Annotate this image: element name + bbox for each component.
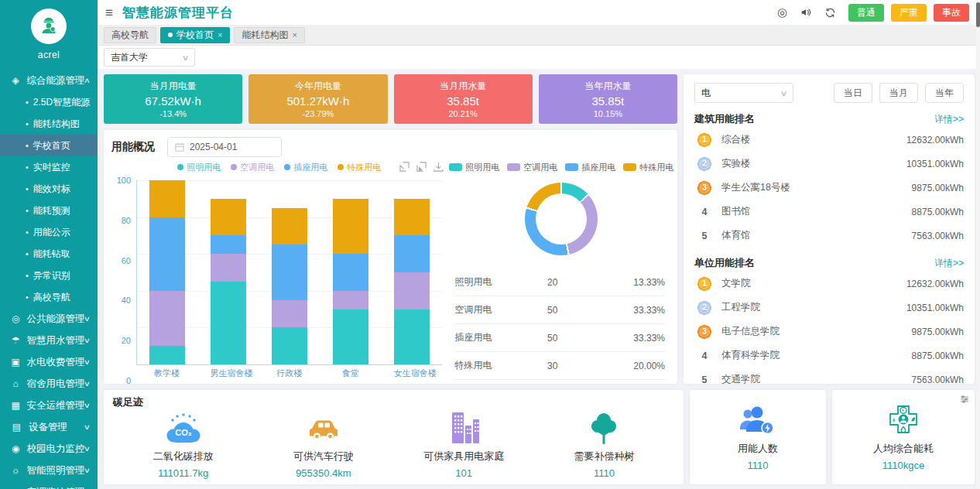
x-tick-label: 行政楼 bbox=[272, 368, 307, 379]
ranking-header: 建筑用能排名详情>> bbox=[694, 111, 964, 128]
sidebar-subitem[interactable]: •实时监控 bbox=[0, 156, 98, 178]
carbon-title: 碳足迹 bbox=[113, 395, 674, 409]
device-icon: ▤ bbox=[10, 422, 23, 433]
tab-label: 能耗结构图 bbox=[242, 29, 288, 42]
sidebar-item-label: 水电收费管理 bbox=[26, 356, 84, 369]
sidebar-item-2[interactable]: ☂智慧用水管理∨ bbox=[0, 330, 98, 351]
sidebar-item-9[interactable]: ▭空调监控管理∨ bbox=[0, 481, 98, 489]
detail-link[interactable]: 详情>> bbox=[934, 257, 964, 270]
car-icon bbox=[303, 412, 344, 446]
energy-type-select[interactable]: 电 ∨ bbox=[694, 83, 793, 103]
alarm-button-事故[interactable]: 事故 bbox=[934, 4, 969, 22]
medal-wrap: 1 bbox=[694, 276, 714, 292]
legend-item[interactable]: 照明用电 bbox=[177, 162, 221, 173]
sidebar-item-7[interactable]: ◉校园电力监控∨ bbox=[0, 438, 98, 460]
ranking-row: 1文学院12632.00kWh bbox=[694, 272, 964, 296]
tab-close-icon[interactable]: × bbox=[292, 30, 296, 39]
tab-close-icon[interactable]: × bbox=[218, 30, 222, 39]
toolbox-restore-icon[interactable] bbox=[416, 162, 427, 172]
sidebar-subitem[interactable]: •高校导航 bbox=[0, 286, 98, 308]
bar-教学楼 bbox=[149, 180, 185, 364]
detail-link[interactable]: 详情>> bbox=[934, 113, 964, 126]
medal-wrap: 3 bbox=[694, 324, 714, 340]
period-button-当日[interactable]: 当日 bbox=[834, 83, 872, 103]
sidebar-subitem[interactable]: •能耗钻取 bbox=[0, 243, 98, 265]
chevron-up-icon: ∧ bbox=[84, 77, 91, 84]
sidebar-subitem[interactable]: •能耗预测 bbox=[0, 200, 98, 221]
legend-item[interactable]: 插座用电 bbox=[565, 162, 615, 173]
toolbox-save-image-icon[interactable] bbox=[433, 162, 444, 172]
bar-segment-插座用电 bbox=[272, 244, 307, 299]
widget-settings-icon[interactable] bbox=[960, 395, 969, 404]
sidebar-item-0[interactable]: ◈综合能源管理∧ bbox=[0, 70, 98, 91]
sidebar-item-6[interactable]: ▤设备管理∨ bbox=[0, 416, 98, 438]
sidebar-subitem[interactable]: •用能公示 bbox=[0, 221, 98, 243]
volume-icon[interactable] bbox=[800, 6, 812, 19]
sidebar-subitem[interactable]: •异常识别 bbox=[0, 265, 98, 286]
bar-segment-空调用电 bbox=[211, 254, 246, 282]
date-picker[interactable]: 2025-04-01 bbox=[167, 137, 282, 157]
alarm-button-普通[interactable]: 普通 bbox=[848, 4, 884, 22]
stat-card-change: 20.21% bbox=[448, 109, 477, 118]
medal-number: 3 bbox=[699, 327, 710, 337]
sidebar-item-4[interactable]: ⌂宿舍用电管理∨ bbox=[0, 373, 98, 395]
worker-logo-icon bbox=[38, 15, 60, 39]
legend-item[interactable]: 特殊用电 bbox=[623, 162, 673, 173]
sidebar-subitem[interactable]: •能耗结构图 bbox=[0, 113, 98, 135]
sidebar-item-1[interactable]: ◎公共能源管理∨ bbox=[0, 308, 98, 330]
sidebar-subitem-label: 实时监控 bbox=[33, 161, 70, 174]
topbar-actions: ◎ 普通严重事故 bbox=[777, 4, 969, 22]
rank-name: 工程学院 bbox=[721, 301, 906, 314]
topbar: ≡ 智慧能源管理平台 ◎ 普通严重事故 bbox=[98, 0, 980, 25]
energy-icon: ◈ bbox=[10, 75, 21, 86]
ranking-section-1: 单位用能排名详情>>1文学院12632.00kWh2工程学院10351.00kW… bbox=[694, 255, 964, 392]
school-select[interactable]: 吉首大学 ∨ bbox=[104, 48, 195, 67]
period-button-当月[interactable]: 当月 bbox=[879, 83, 918, 103]
tab-能耗结构图[interactable]: 能耗结构图× bbox=[234, 27, 304, 43]
svg-text:CO₂: CO₂ bbox=[175, 428, 192, 437]
menu-collapse-icon[interactable]: ≡ bbox=[105, 6, 113, 19]
rank-value: 7563.00kWh bbox=[912, 231, 964, 241]
chevron-down-icon: ∨ bbox=[84, 423, 91, 431]
refresh-icon[interactable] bbox=[824, 7, 836, 19]
carbon-item-label: 可供家具用电家庭 bbox=[423, 450, 504, 463]
sidebar-item-8[interactable]: ☼智能照明管理∨ bbox=[0, 460, 98, 481]
bar-segment-特殊用电 bbox=[394, 199, 430, 236]
toolbox-dataview-icon[interactable] bbox=[399, 162, 409, 172]
row-percent: 33.33% bbox=[601, 333, 665, 344]
table-row: 特殊用电3020.00% bbox=[454, 352, 665, 380]
legend-item[interactable]: 插座用电 bbox=[284, 162, 327, 173]
scrollbar-thumb[interactable] bbox=[976, 2, 980, 27]
stat-card-1: 今年用电量501.27kW·h-23.79% bbox=[248, 74, 387, 124]
bar-chart-legend: 照明用电空调用电插座用电特殊用电 bbox=[111, 159, 447, 176]
sidebar-subitem[interactable]: •2.5D智慧能源 bbox=[0, 91, 98, 113]
tab-学校首页[interactable]: 学校首页× bbox=[160, 27, 230, 43]
legend-item[interactable]: 照明用电 bbox=[449, 162, 499, 173]
aim-icon[interactable]: ◎ bbox=[777, 5, 787, 19]
tab-高校导航[interactable]: 高校导航 bbox=[104, 27, 156, 43]
rank-value: 8875.00kWh bbox=[912, 351, 964, 361]
sidebar-item-label: 空调监控管理 bbox=[26, 486, 84, 489]
ranking-title: 建筑用能排名 bbox=[694, 112, 934, 126]
rank-name: 图书馆 bbox=[721, 205, 912, 218]
legend-item[interactable]: 特殊用电 bbox=[338, 162, 381, 173]
row-value: 50 bbox=[547, 333, 601, 344]
period-button-当年[interactable]: 当年 bbox=[925, 83, 964, 103]
ranking-header: 单位用能排名详情>> bbox=[694, 255, 964, 272]
carbon-items: CO₂ 二氧化碳排放 111011.7kg bbox=[113, 409, 674, 481]
sidebar-subitem[interactable]: •学校首页 bbox=[0, 135, 98, 156]
stat-cards: 当月用电量67.52kW·h-13.4%今年用电量501.27kW·h-23.7… bbox=[104, 74, 677, 124]
chart-toolbox bbox=[399, 162, 444, 172]
sidebar-subitem[interactable]: •能效对标 bbox=[0, 178, 98, 200]
bar-男生宿舍楼 bbox=[211, 180, 246, 364]
legend-item[interactable]: 空调用电 bbox=[507, 162, 557, 173]
sidebar-item-5[interactable]: ▦安全运维管理∨ bbox=[0, 395, 98, 416]
carbon-footprint-panel: 碳足迹 CO₂ bbox=[104, 390, 684, 484]
alarm-button-严重[interactable]: 严重 bbox=[891, 4, 927, 22]
pie-breakdown-table: 照明用电2013.33%空调用电5033.33%插座用电5033.33%特殊用电… bbox=[453, 262, 670, 381]
overview-header: 用能概况 2025-04-01 bbox=[111, 135, 670, 159]
legend-item[interactable]: 空调用电 bbox=[231, 162, 274, 173]
stat-card-value: 67.52kW·h bbox=[145, 94, 201, 108]
sidebar-item-3[interactable]: ▣水电收费管理∨ bbox=[0, 351, 98, 373]
tree-icon bbox=[587, 412, 621, 446]
